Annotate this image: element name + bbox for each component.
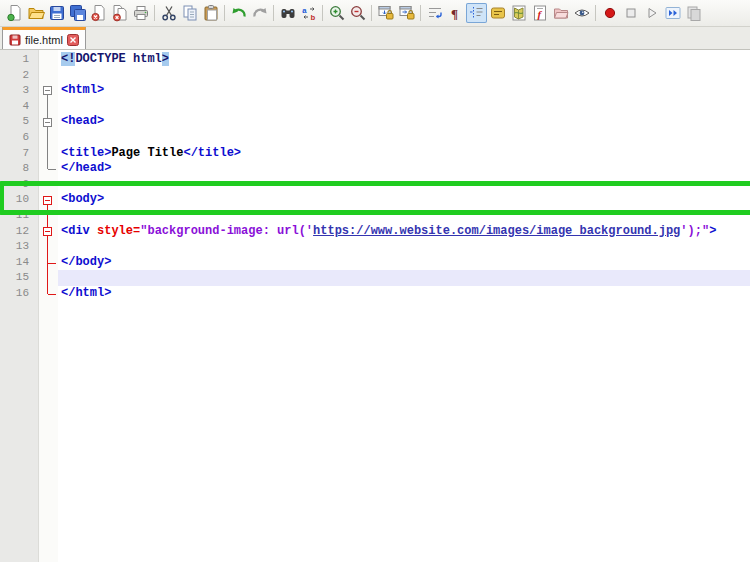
monitoring-icon[interactable] (571, 3, 592, 23)
code-text: </body> (58, 255, 750, 271)
open-file-icon[interactable] (25, 3, 46, 23)
toolbar-separator (273, 5, 274, 21)
redo-icon[interactable] (249, 3, 270, 23)
line-number: 16 (0, 286, 38, 302)
close-icon[interactable] (88, 3, 109, 23)
code-text: <body> (58, 192, 750, 208)
new-file-icon[interactable] (4, 3, 25, 23)
code-text (58, 68, 750, 84)
line-number: 11 (0, 208, 38, 224)
line-number: 14 (0, 255, 38, 271)
fold-toggle-icon[interactable] (43, 227, 52, 236)
line-number: 8 (0, 161, 38, 177)
code-line[interactable]: 8</head> (0, 161, 750, 177)
line-number: 2 (0, 68, 38, 84)
fold-toggle-icon[interactable] (43, 196, 52, 205)
fold-margin-cell[interactable] (38, 224, 58, 240)
line-number: 3 (0, 83, 38, 99)
fold-margin-cell[interactable] (38, 114, 58, 130)
line-number: 4 (0, 99, 38, 115)
code-line[interactable]: 12<div style="background-image: url('htt… (0, 224, 750, 240)
code-text (58, 239, 750, 255)
code-line[interactable]: 13 (0, 239, 750, 255)
toolbar-separator (154, 5, 155, 21)
fold-margin-cell[interactable] (38, 83, 58, 99)
save-all-icon[interactable] (67, 3, 88, 23)
code-line[interactable]: 2 (0, 68, 750, 84)
code-line[interactable]: 4 (0, 99, 750, 115)
sync-vertical-scroll-icon[interactable] (375, 3, 396, 23)
print-icon[interactable] (130, 3, 151, 23)
show-all-characters-icon[interactable]: ¶ (445, 3, 466, 23)
toolbar-separator (322, 5, 323, 21)
copy-icon[interactable] (179, 3, 200, 23)
paste-icon[interactable] (200, 3, 221, 23)
code-text: <html> (58, 83, 750, 99)
fold-toggle-icon[interactable] (43, 118, 52, 127)
zoom-in-icon[interactable] (326, 3, 347, 23)
show-indent-guide-icon[interactable] (466, 3, 487, 23)
zoom-out-icon[interactable] (347, 3, 368, 23)
code-line[interactable]: 5<head> (0, 114, 750, 130)
code-text (58, 130, 750, 146)
save-icon[interactable] (46, 3, 67, 23)
line-number: 9 (0, 177, 38, 193)
macro-save-icon[interactable] (683, 3, 704, 23)
tab-file-html[interactable]: file.html (2, 27, 86, 49)
code-line[interactable]: 3<html> (0, 83, 750, 99)
code-line[interactable]: 15 (0, 270, 750, 286)
code-editor[interactable]: 1<!DOCTYPE html>23<html>45<head>67<title… (0, 50, 750, 562)
tab-label: file.html (25, 34, 63, 46)
code-line[interactable]: 6 (0, 130, 750, 146)
code-line[interactable]: 16</html> (0, 286, 750, 302)
file-browser-icon[interactable] (550, 3, 571, 23)
macro-run-multiple-icon[interactable] (662, 3, 683, 23)
notepad-plus-plus-window: ab¶f file.html 1<!DOCTYPE html>23<html>4… (0, 0, 750, 562)
macro-stop-icon[interactable] (620, 3, 641, 23)
toolbar-separator (371, 5, 372, 21)
fold-margin-cell[interactable] (38, 192, 58, 208)
function-list-icon[interactable]: f (529, 3, 550, 23)
sync-horizontal-scroll-icon[interactable] (396, 3, 417, 23)
code-text: <!DOCTYPE html> (58, 52, 750, 68)
fold-margin-cell (38, 208, 58, 224)
macro-play-icon[interactable] (641, 3, 662, 23)
unsaved-changes-icon (9, 34, 21, 46)
fold-margin-cell (38, 130, 58, 146)
svg-text:¶: ¶ (451, 6, 458, 21)
line-number: 1 (0, 52, 38, 68)
document-map-icon[interactable] (508, 3, 529, 23)
fold-margin-cell (38, 146, 58, 162)
macro-record-icon[interactable] (599, 3, 620, 23)
code-line[interactable]: 7<title>Page Title</title> (0, 146, 750, 162)
code-line[interactable]: 1<!DOCTYPE html> (0, 52, 750, 68)
code-text: <head> (58, 114, 750, 130)
cut-icon[interactable] (158, 3, 179, 23)
line-number: 13 (0, 239, 38, 255)
code-text: </head> (58, 161, 750, 177)
close-all-icon[interactable] (109, 3, 130, 23)
code-line[interactable]: 10<body> (0, 192, 750, 208)
replace-icon[interactable]: ab (298, 3, 319, 23)
toolbar-separator (224, 5, 225, 21)
code-line[interactable]: 11 (0, 208, 750, 224)
code-line[interactable]: 14</body> (0, 255, 750, 271)
tab-close-icon[interactable] (67, 34, 79, 46)
define-language-icon[interactable] (487, 3, 508, 23)
code-text: </html> (58, 286, 750, 302)
line-number: 12 (0, 224, 38, 240)
code-text (58, 99, 750, 115)
tab-bar: file.html (0, 27, 750, 50)
fold-margin-cell (38, 161, 58, 177)
toolbar-separator (595, 5, 596, 21)
code-line[interactable]: 9 (0, 177, 750, 193)
undo-icon[interactable] (228, 3, 249, 23)
line-number: 5 (0, 114, 38, 130)
word-wrap-icon[interactable] (424, 3, 445, 23)
toolbar-separator (420, 5, 421, 21)
fold-margin-cell (38, 255, 58, 271)
find-icon[interactable] (277, 3, 298, 23)
fold-toggle-icon[interactable] (43, 86, 52, 95)
fold-margin-cell (38, 52, 58, 68)
line-number: 6 (0, 130, 38, 146)
